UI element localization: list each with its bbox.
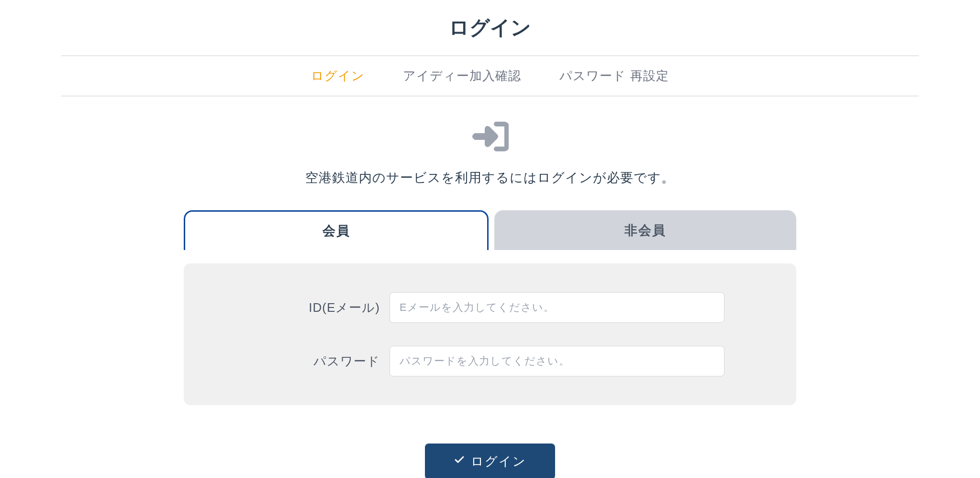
page-title: ログイン bbox=[61, 0, 919, 56]
password-label: パスワード bbox=[256, 353, 390, 370]
tab-login[interactable]: ログイン bbox=[311, 68, 365, 84]
tab-password-reset[interactable]: パスワード 再設定 bbox=[559, 68, 668, 84]
login-button[interactable]: ログイン bbox=[425, 444, 555, 478]
password-field[interactable] bbox=[390, 346, 724, 376]
submit-area: ログイン bbox=[184, 444, 796, 478]
svg-rect-0 bbox=[474, 133, 490, 140]
login-button-label: ログイン bbox=[471, 453, 526, 470]
email-label: ID(Eメール) bbox=[256, 299, 390, 316]
email-field[interactable] bbox=[390, 292, 724, 323]
member-tabs: 会員 非会員 bbox=[184, 210, 796, 250]
tab-member[interactable]: 会員 bbox=[184, 210, 489, 250]
content-area: 空港鉄道内のサービスを利用するにはログインが必要です。 会員 非会員 ID(Eメ… bbox=[61, 96, 919, 478]
login-arrow-icon bbox=[471, 120, 509, 155]
description-text: 空港鉄道内のサービスを利用するにはログインが必要です。 bbox=[61, 169, 919, 186]
form-row-email: ID(Eメール) bbox=[203, 292, 777, 323]
tab-non-member[interactable]: 非会員 bbox=[494, 210, 796, 250]
form-row-password: パスワード bbox=[203, 346, 777, 376]
form-wrapper: 会員 非会員 ID(Eメール) パスワード bbox=[184, 210, 796, 478]
nav-tabs: ログイン アイディー加入確認 パスワード 再設定 bbox=[61, 56, 919, 96]
login-form-panel: ID(Eメール) パスワード bbox=[184, 263, 796, 405]
check-icon bbox=[454, 454, 465, 469]
tab-id-confirm[interactable]: アイディー加入確認 bbox=[403, 68, 521, 84]
